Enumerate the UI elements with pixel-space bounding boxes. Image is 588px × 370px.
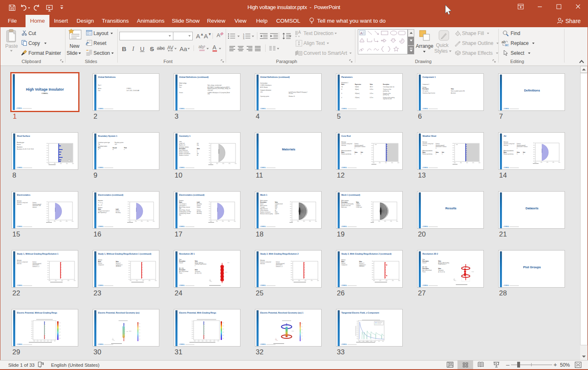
svg-text:A: A — [217, 32, 220, 38]
svg-text:ac: ac — [505, 43, 509, 47]
svg-text:A: A — [298, 30, 301, 35]
svg-text:A: A — [212, 44, 217, 51]
svg-text:AV: AV — [167, 45, 173, 51]
svg-text:A: A — [360, 31, 363, 35]
svg-text:3.: 3. — [243, 37, 245, 40]
